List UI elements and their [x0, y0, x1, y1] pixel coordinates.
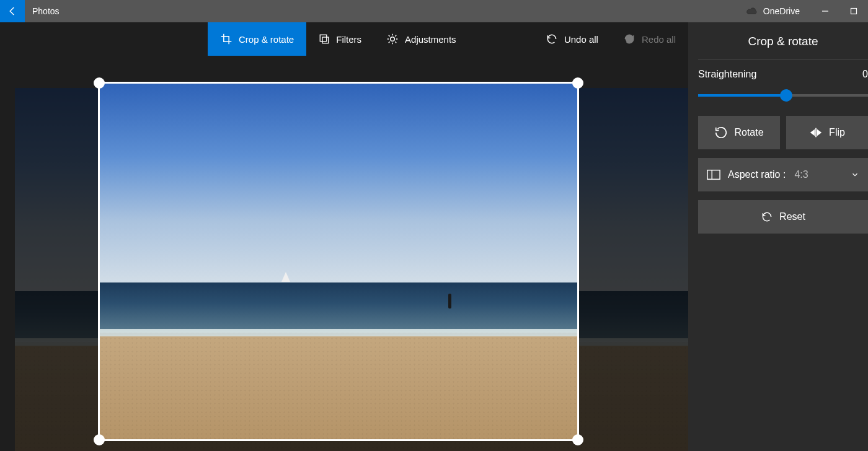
chevron-down-icon	[851, 170, 859, 179]
adjustments-icon	[386, 33, 399, 45]
crop-handle-bottom-right[interactable]	[572, 434, 583, 445]
redo-label: Redo all	[642, 34, 676, 45]
svg-rect-16	[707, 170, 720, 180]
tab-crop-rotate[interactable]: Crop & rotate	[208, 22, 306, 56]
svg-rect-15	[815, 128, 817, 138]
redo-all-button: Redo all	[611, 22, 688, 56]
app-title: Photos	[25, 0, 67, 22]
crop-rectangle[interactable]	[98, 82, 579, 441]
straightening-label: Straightening	[698, 69, 756, 80]
crop-handle-top-left[interactable]	[94, 77, 105, 89]
crop-handle-top-right[interactable]	[572, 77, 583, 89]
onedrive-status[interactable]: OneDrive	[735, 0, 811, 22]
svg-rect-2	[320, 35, 327, 42]
back-button[interactable]	[0, 0, 25, 22]
reset-button[interactable]: Reset	[698, 200, 868, 234]
titlebar: Photos OneDrive	[0, 0, 868, 22]
svg-line-11	[389, 42, 390, 43]
onedrive-label: OneDrive	[763, 6, 800, 16]
filters-icon	[319, 33, 330, 45]
tab-filters[interactable]: Filters	[306, 22, 374, 56]
panel-title: Crop & rotate	[698, 32, 868, 59]
aspect-icon	[707, 169, 720, 180]
flip-icon	[809, 127, 823, 138]
undo-all-button[interactable]: Undo all	[533, 22, 611, 56]
undo-label: Undo all	[564, 34, 598, 45]
svg-rect-1	[851, 9, 857, 14]
svg-rect-3	[322, 37, 329, 43]
editor-pane: Crop & rotate Filters	[0, 22, 688, 451]
svg-point-4	[391, 37, 395, 42]
properties-panel: Crop & rotate Straightening 0 Rotate	[688, 22, 868, 451]
rotate-icon	[714, 126, 728, 139]
rotate-button[interactable]: Rotate	[698, 116, 780, 149]
cloud-icon	[746, 7, 758, 15]
crop-handle-bottom-left[interactable]	[94, 434, 105, 445]
rotate-label: Rotate	[734, 127, 763, 138]
canvas[interactable]	[0, 56, 688, 451]
aspect-ratio-dropdown[interactable]: Aspect ratio : 4:3	[698, 158, 868, 191]
reset-icon	[761, 211, 773, 223]
flip-button[interactable]: Flip	[786, 116, 868, 149]
tab-filters-label: Filters	[336, 34, 361, 45]
svg-marker-13	[810, 129, 815, 136]
straightening-value: 0	[862, 69, 868, 80]
tab-adjustments-label: Adjustments	[405, 34, 456, 45]
maximize-button[interactable]	[839, 0, 868, 22]
svg-line-9	[389, 35, 390, 37]
straightening-slider[interactable]	[698, 87, 868, 103]
edit-toolbar: Crop & rotate Filters	[0, 22, 688, 56]
svg-line-12	[395, 35, 396, 37]
reset-label: Reset	[779, 211, 805, 222]
tab-adjustments[interactable]: Adjustments	[374, 22, 469, 56]
aspect-value: 4:3	[794, 169, 808, 180]
minimize-button[interactable]	[811, 0, 839, 22]
undo-icon	[546, 33, 558, 45]
crop-icon	[220, 33, 232, 45]
aspect-label: Aspect ratio :	[728, 169, 786, 180]
flip-label: Flip	[829, 127, 845, 138]
svg-marker-14	[817, 129, 822, 136]
tab-crop-label: Crop & rotate	[239, 34, 294, 45]
svg-line-10	[395, 42, 396, 43]
redo-icon	[623, 33, 636, 45]
